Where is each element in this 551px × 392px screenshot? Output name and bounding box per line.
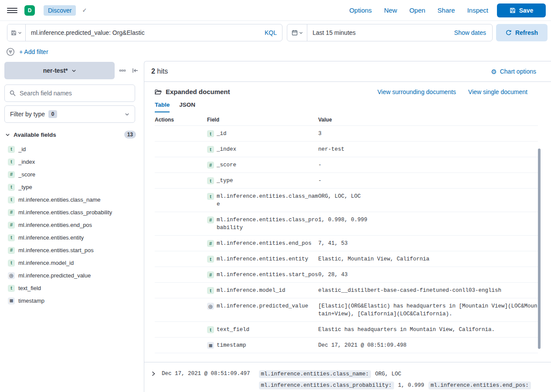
other-field-icon: ◎ [207, 303, 214, 310]
row-actions[interactable] [155, 212, 207, 235]
row-actions[interactable] [155, 189, 207, 212]
row-field: ▦timestamp [207, 338, 318, 353]
doc-viewer: Expanded document View surrounding docum… [144, 82, 551, 362]
saved-query-menu-button[interactable] [7, 24, 26, 41]
available-fields-toggle[interactable]: Available fields 13 [4, 131, 140, 139]
add-filter-button[interactable]: + Add filter [19, 48, 48, 55]
space-avatar[interactable]: D [24, 5, 35, 16]
kql-badge[interactable]: KQL [265, 29, 277, 36]
row-field: ttext_field [207, 322, 318, 337]
string-field-icon: t [8, 234, 15, 241]
number-field-icon: # [207, 271, 214, 278]
field-list-item[interactable]: #_score [4, 168, 140, 181]
row-actions[interactable] [155, 322, 207, 337]
field-name: text_field [18, 285, 41, 291]
row-field: tml.inference.model_id [207, 283, 318, 298]
refresh-label: Refresh [515, 29, 538, 36]
string-field-icon: t [8, 260, 15, 267]
nav-link-share[interactable]: Share [438, 7, 455, 14]
date-quick-menu-button[interactable] [287, 24, 307, 41]
boxes-horizontal-icon[interactable] [117, 65, 127, 76]
chart-options-label: Chart options [500, 68, 536, 75]
doc-table-row: ttext_fieldElastic has headquarters in M… [155, 322, 538, 338]
field-list-item[interactable]: tml.inference.model_id [4, 257, 140, 269]
nav-link-open[interactable]: Open [409, 7, 425, 14]
filter-set-icon[interactable] [6, 47, 15, 56]
row-actions[interactable] [155, 338, 207, 353]
field-list-item[interactable]: tml.inference.entities.class_name [4, 193, 140, 206]
field-list-item[interactable]: ttext_field [4, 282, 140, 294]
view-single-document-link[interactable]: View single document [468, 88, 527, 95]
doc-table-row: #_score - [155, 157, 538, 173]
string-field-icon: t [207, 177, 214, 184]
chart-options-button[interactable]: ⚙ Chart options [491, 68, 536, 75]
string-field-icon: t [207, 130, 214, 137]
tab-table[interactable]: Table [155, 101, 170, 112]
field-name: ml.inference.entities.entity [217, 255, 308, 263]
field-value: Dec 17, 2021 @ 08:51:09.498 [318, 338, 538, 353]
chevron-down-icon [299, 31, 303, 35]
field-value: 3 [318, 126, 538, 141]
number-field-icon: # [207, 216, 214, 223]
collapse-sidebar-icon[interactable] [130, 65, 140, 76]
nav-link-new[interactable]: New [384, 7, 397, 14]
field-list-item[interactable]: #ml.inference.entities.class_probability [4, 206, 140, 219]
field-list-item[interactable]: ◎ml.inference.predicted_value [4, 269, 140, 282]
field-list-item[interactable]: #ml.inference.entities.start_pos [4, 244, 140, 257]
row-actions[interactable] [155, 298, 207, 321]
field-name: _id [217, 130, 227, 138]
number-field-icon: # [8, 209, 15, 216]
available-fields-count-badge: 13 [124, 131, 136, 139]
search-field-names-input[interactable] [4, 84, 135, 102]
vertical-scrollbar[interactable] [538, 149, 541, 349]
field-list-item[interactable]: ▦timestamp [4, 294, 140, 307]
time-range-label[interactable]: Last 15 minutes [307, 29, 454, 36]
expand-document-icon[interactable] [150, 368, 157, 379]
document-list-row: Dec 17, 2021 @ 08:51:09.497 ml.inference… [144, 362, 551, 392]
field-name: ml.inference.entities.class_probability [18, 209, 112, 216]
field-name: _type [18, 184, 32, 190]
menu-icon[interactable] [7, 5, 17, 16]
refresh-button[interactable]: Refresh [496, 24, 548, 41]
hits-label: hits [157, 68, 168, 75]
filter-by-type-dropdown[interactable]: Filter by type 0 [4, 105, 135, 123]
nav-link-inspect[interactable]: Inspect [467, 7, 488, 14]
field-list-item[interactable]: t_index [4, 155, 140, 168]
row-actions[interactable] [155, 267, 207, 282]
field-list: t_idt_index#_scoret_typetml.inference.en… [4, 143, 140, 307]
show-dates-button[interactable]: Show dates [454, 29, 486, 36]
row-actions[interactable] [155, 251, 207, 267]
doc-table-header: Actions Field Value [155, 112, 538, 125]
view-surrounding-documents-link[interactable]: View surrounding documents [378, 88, 456, 95]
field-list-item[interactable]: tml.inference.entities.entity [4, 231, 140, 244]
source-field-chip: ml.inference.entities.class_name: [259, 370, 371, 378]
breadcrumb[interactable]: Discover [44, 5, 76, 16]
row-actions[interactable] [155, 283, 207, 298]
row-actions[interactable] [155, 142, 207, 157]
source-field-value: ORG, LOC [372, 371, 401, 377]
row-actions[interactable] [155, 126, 207, 141]
saved-query-icon [11, 30, 17, 36]
doc-table-row: tml.inference.entities.class_nameORG, LO… [155, 189, 538, 212]
doc-table-row: ▦timestampDec 17, 2021 @ 08:51:09.498 [155, 338, 538, 353]
nav-link-options[interactable]: Options [349, 7, 372, 14]
row-actions[interactable] [155, 157, 207, 172]
tab-json[interactable]: JSON [179, 101, 195, 112]
field-list-item[interactable]: t_type [4, 181, 140, 193]
row-actions[interactable] [155, 173, 207, 188]
field-value: ORG, LOC, LOC [318, 189, 538, 212]
save-button[interactable]: Save [497, 3, 546, 17]
index-pattern-selector[interactable]: ner-test* [4, 62, 115, 79]
row-field: tml.inference.entities.entity [207, 251, 318, 267]
chevron-down-icon [125, 112, 129, 117]
row-field: #ml.inference.entities.end_pos [207, 236, 318, 251]
col-field: Field [207, 117, 318, 123]
row-field: t_id [207, 126, 318, 141]
field-list-item[interactable]: t_id [4, 143, 140, 155]
field-list-item[interactable]: #ml.inference.entities.end_pos [4, 219, 140, 231]
date-field-icon: ▦ [207, 342, 214, 349]
row-actions[interactable] [155, 236, 207, 251]
string-field-icon: t [8, 184, 15, 191]
query-input[interactable]: ml.inference.predicted_value: Org&Elasti… [26, 24, 282, 41]
string-field-icon: t [207, 287, 214, 294]
